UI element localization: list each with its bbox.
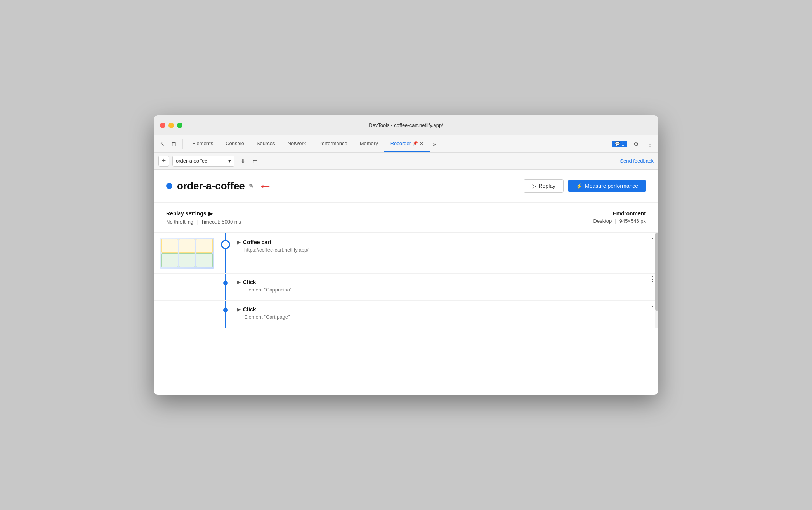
settings-right: Environment Desktop | 945×546 px	[593, 210, 646, 224]
scrollbar-track[interactable]	[655, 233, 658, 328]
replay-button[interactable]: ▷ Replay	[524, 179, 564, 193]
timeline-line	[225, 274, 226, 300]
recording-select[interactable]: order-a-coffee ▾	[172, 156, 234, 167]
expand-icon[interactable]: ▶	[237, 279, 241, 285]
notification-badge[interactable]: 💬 1	[612, 141, 627, 147]
timeline-line	[225, 233, 226, 273]
throttling-value: No throttling	[166, 219, 193, 225]
step-subtitle: Element "Cart page"	[237, 314, 647, 320]
table-row: ▶ Click Element "Cart page" ⋮	[154, 301, 658, 328]
replay-settings-header[interactable]: Replay settings ▶	[166, 210, 241, 217]
step-timeline	[214, 274, 237, 300]
scrollbar-thumb[interactable]	[655, 233, 658, 311]
traffic-lights	[160, 123, 182, 128]
main-content: order-a-coffee ✎ ← ▷ Replay ⚡ Measure pe…	[154, 170, 658, 395]
settings-icon[interactable]: ⚙	[630, 139, 641, 149]
expand-icon[interactable]: ▶	[237, 239, 241, 245]
tab-elements[interactable]: Elements	[186, 135, 219, 152]
recording-title: order-a-coffee	[177, 180, 245, 192]
step-title: Click	[243, 306, 256, 312]
tab-sources[interactable]: Sources	[250, 135, 281, 152]
header-actions: ▷ Replay ⚡ Measure performance	[524, 179, 646, 193]
timeout-value: Timeout: 5000 ms	[201, 219, 241, 225]
env-resolution: 945×546 px	[619, 218, 646, 224]
close-button[interactable]	[160, 123, 165, 128]
play-icon: ▷	[532, 183, 536, 189]
export-recording-button[interactable]: ⬇	[238, 156, 248, 167]
step-thumbnail-container	[154, 233, 214, 273]
new-recording-button[interactable]: +	[158, 156, 169, 167]
recording-actions: ⬇ 🗑	[238, 156, 261, 167]
step-thumbnail-empty	[154, 301, 214, 328]
toolbar-icon-group: ↖ ⊡	[157, 139, 183, 149]
main-toolbar: ↖ ⊡ Elements Console Sources Network Per…	[154, 135, 658, 153]
env-type: Desktop	[593, 218, 612, 224]
performance-icon: ⚡	[576, 183, 583, 189]
timeline-dot-small	[223, 308, 228, 312]
tab-list: Elements Console Sources Network Perform…	[186, 135, 612, 152]
red-arrow-indicator: ←	[259, 179, 272, 193]
tab-performance[interactable]: Performance	[312, 135, 353, 152]
toolbar-right: 💬 1 ⚙ ⋮	[612, 139, 655, 149]
step-title: Coffee cart	[243, 239, 271, 245]
step-content: ▶ Click Element "Cart page"	[237, 301, 647, 328]
step-header: ▶ Coffee cart	[237, 239, 647, 245]
more-tabs-button[interactable]: »	[430, 135, 439, 152]
settings-details: No throttling | Timeout: 5000 ms	[166, 219, 241, 225]
edit-icon[interactable]: ✎	[249, 182, 254, 190]
tab-network[interactable]: Network	[281, 135, 312, 152]
step-content: ▶ Coffee cart https://coffee-cart.netlif…	[237, 233, 647, 273]
step-header: ▶ Click	[237, 306, 647, 312]
window-title: DevTools - coffee-cart.netlify.app/	[369, 122, 443, 128]
timeline-line	[225, 301, 226, 328]
expand-icon[interactable]: ▶	[237, 307, 241, 312]
timeline-dot-small	[223, 281, 228, 285]
recorder-close-icon[interactable]: ✕	[420, 141, 423, 146]
settings-left: Replay settings ▶ No throttling | Timeou…	[166, 210, 241, 225]
environment-label: Environment	[593, 210, 646, 217]
step-timeline	[214, 233, 237, 273]
tab-recorder[interactable]: Recorder 📌 ✕	[384, 135, 430, 152]
layers-icon[interactable]: ⊡	[168, 139, 179, 149]
chevron-down-icon: ▾	[228, 158, 231, 164]
step-timeline	[214, 301, 237, 328]
timeline-dot-large	[221, 240, 230, 249]
settings-section: Replay settings ▶ No throttling | Timeou…	[154, 203, 658, 233]
title-bar: DevTools - coffee-cart.netlify.app/	[154, 115, 658, 135]
step-content: ▶ Click Element "Cappucino"	[237, 274, 647, 300]
chat-icon: 💬	[615, 141, 620, 146]
devtools-window: DevTools - coffee-cart.netlify.app/ ↖ ⊡ …	[154, 115, 658, 395]
recording-status-dot	[166, 183, 172, 189]
step-header: ▶ Click	[237, 279, 647, 285]
table-row: ▶ Coffee cart https://coffee-cart.netlif…	[154, 233, 658, 274]
step-subtitle: https://coffee-cart.netlify.app/	[237, 247, 647, 253]
cursor-icon[interactable]: ↖	[157, 139, 168, 149]
step-subtitle: Element "Cappucino"	[237, 287, 647, 293]
step-thumbnail	[160, 238, 214, 269]
step-thumbnail-empty	[154, 274, 214, 300]
secondary-toolbar: + order-a-coffee ▾ ⬇ 🗑 Send feedback	[154, 153, 658, 170]
fullscreen-button[interactable]	[177, 123, 182, 128]
tab-memory[interactable]: Memory	[354, 135, 384, 152]
step-title: Click	[243, 279, 256, 285]
measure-performance-button[interactable]: ⚡ Measure performance	[568, 180, 646, 192]
delete-recording-button[interactable]: 🗑	[250, 156, 261, 167]
environment-details: Desktop | 945×546 px	[593, 218, 646, 224]
more-options-icon[interactable]: ⋮	[644, 139, 655, 149]
thumbnail-image	[160, 238, 214, 269]
steps-container: ▶ Coffee cart https://coffee-cart.netlif…	[154, 233, 658, 328]
table-row: ▶ Click Element "Cappucino" ⋮	[154, 274, 658, 301]
minimize-button[interactable]	[168, 123, 174, 128]
tab-console[interactable]: Console	[219, 135, 250, 152]
recording-header: order-a-coffee ✎ ← ▷ Replay ⚡ Measure pe…	[154, 170, 658, 203]
chevron-right-icon: ▶	[208, 210, 213, 217]
recorder-pin-icon: 📌	[413, 141, 418, 146]
send-feedback-link[interactable]: Send feedback	[620, 158, 654, 164]
